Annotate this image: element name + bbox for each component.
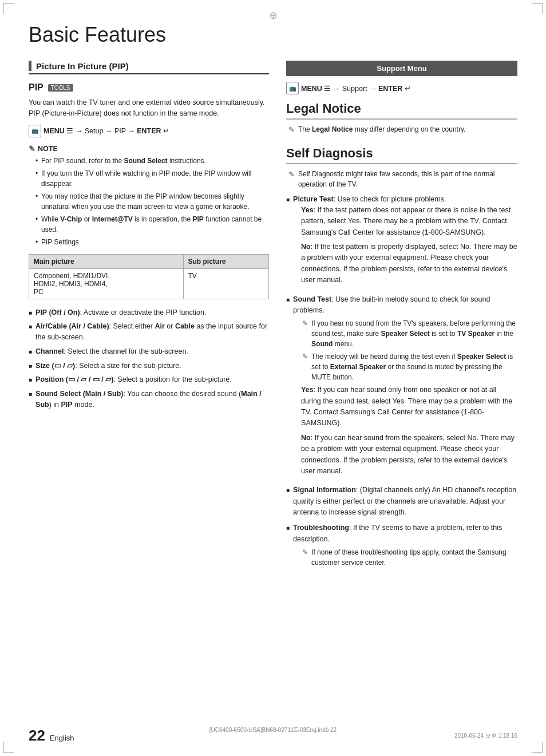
table-header-sub: Sub picture [183,254,268,268]
note-icon: ✎ [29,144,35,153]
feature-sound-test: Sound Test: Use the built-in melody soun… [286,294,517,481]
page-title: Basic Features [29,23,517,47]
center-crosshair: ⊕ [269,9,278,22]
sound-test-note-2: ✎ The melody will be heard during the te… [302,351,517,382]
section-title: Picture In Picture (PIP) [36,61,129,71]
sound-test-note-1: ✎ If you hear no sound from the TV's spe… [302,318,517,349]
picture-test-content: Picture Test: Use to check for picture p… [293,194,517,290]
note-item-4: While V-Chip or Internet@TV is in operat… [35,214,269,235]
pip-heading: PIP TOOLS [29,82,269,93]
pip-feature-list: PIP (Off / On): Activate or deactivate t… [29,307,269,410]
note-label: ✎ NOTE [29,144,269,153]
legal-note-text: The Legal Notice may differ depending on… [298,124,465,136]
troubleshooting-note-icon: ✎ [302,547,308,568]
troubleshooting-note: ✎ If none of these troubleshooting tips … [302,547,517,568]
feature-position: Position (▭ / ▱ / ▭ / ▱): Select a posit… [29,374,269,385]
troubleshooting-note-text: If none of these troubleshooting tips ap… [311,547,517,568]
page-footer: 22 English [UC6400-6500-USA]BN68-02711E-… [0,727,546,745]
sound-note-icon-1: ✎ [302,318,308,349]
support-remote-icon: 📺 [286,82,299,94]
feature-size: Size (▭ / ▱): Select a size for the sub-… [29,361,269,371]
section-bar [29,61,31,71]
note-item-2: If you turn the TV off while watching in… [35,168,269,189]
sound-note-text-1: If you hear no sound from the TV's speak… [311,318,517,349]
left-column: Picture In Picture (PIP) PIP TOOLS You c… [29,61,269,580]
sound-note-text-2: The melody will be heard during the test… [311,351,517,382]
legal-notice-title: Legal Notice [286,101,517,120]
footer-left: 22 English [29,727,74,745]
support-menu-header: Support Menu [286,61,517,76]
menu-remote-icon: 📺 [29,125,41,137]
sound-test-content: Sound Test: Use the built-in melody soun… [293,294,517,481]
support-menu-command: 📺 MENU ☰ → Support → ENTER ↵ [286,82,517,94]
picture-test-yes: Yes: If the test pattern does not appear… [301,205,517,238]
self-diag-note-text: Self Diagnostic might take few seconds, … [298,169,517,189]
table-cell-main: Component, HDMI1/DVI,HDMI2, HDMI3, HDMI4… [29,268,184,299]
table-header-main: Main picture [29,254,184,268]
self-diagnosis-title: Self Diagnosis [286,146,517,164]
self-diag-note-icon: ✎ [288,169,295,189]
sound-test-no: No: If you can hear sound from the speak… [301,433,517,477]
pip-label: PIP [29,82,43,93]
note-item-1: For PIP sound, refer to the Sound Select… [35,156,269,166]
main-columns: Picture In Picture (PIP) PIP TOOLS You c… [29,61,517,580]
footer-date: 2010-06-24 오후 1:18 16 [454,732,517,740]
page-language: English [50,734,74,742]
self-diagnosis-section: Self Diagnosis ✎ Self Diagnostic might t… [286,146,517,571]
legal-note-icon: ✎ [288,124,295,136]
table-cell-sub: TV [183,268,268,299]
tools-badge: TOOLS [48,84,73,92]
sound-test-yes: Yes: If you can hear sound only from one… [301,385,517,429]
pip-table: Main picture Sub picture Component, HDMI… [29,254,269,299]
right-column: Support Menu 📺 MENU ☰ → Support → ENTER … [286,61,517,580]
legal-notice-note: ✎ The Legal Notice may differ depending … [286,124,517,136]
page-number: 22 [29,727,45,745]
pip-intro: You can watch the TV tuner and one exter… [29,97,269,119]
feature-pip-onoff: PIP (Off / On): Activate or deactivate t… [29,307,269,318]
note-section: ✎ NOTE For PIP sound, refer to the Sound… [29,144,269,247]
pip-section-header: Picture In Picture (PIP) [29,61,269,74]
menu-command-line: 📺 MENU ☰ → Setup → PIP → ENTER ↵ [29,125,269,137]
troubleshooting-content: Troubleshooting: If the TV seems to have… [293,523,517,570]
self-diag-feature-list: Picture Test: Use to check for picture p… [286,194,517,571]
page: ⊕ Basic Features Picture In Picture (PIP… [0,0,546,756]
table-row: Component, HDMI1/DVI,HDMI2, HDMI3, HDMI4… [29,268,269,299]
feature-channel: Channel: Select the channel for the sub-… [29,346,269,357]
support-command-text: MENU ☰ → Support → ENTER ↵ [301,84,411,93]
self-diag-intro-note: ✎ Self Diagnostic might take few seconds… [286,169,517,189]
feature-troubleshooting: Troubleshooting: If the TV seems to have… [286,523,517,570]
note-list: For PIP sound, refer to the Sound Select… [29,156,269,247]
feature-air-cable: Air/Cable (Air / Cable): Select either A… [29,321,269,343]
menu-command-text: MENU ☰ → Setup → PIP → ENTER ↵ [43,126,169,135]
feature-signal-info: Signal Information: (Digital channels on… [286,485,517,518]
picture-test-no: No: If the test pattern is properly disp… [301,242,517,286]
note-item-3: You may notice that the picture in the P… [35,191,269,212]
legal-notice-section: Legal Notice ✎ The Legal Notice may diff… [286,101,517,136]
feature-sound-select: Sound Select (Main / Sub): You can choos… [29,389,269,410]
feature-picture-test: Picture Test: Use to check for picture p… [286,194,517,290]
note-item-5: PIP Settings [35,237,269,247]
footer-file: [UC6400-6500-USA]BN68-02711E-03Eng.indb … [209,727,337,733]
sound-note-icon-2: ✎ [302,351,308,382]
